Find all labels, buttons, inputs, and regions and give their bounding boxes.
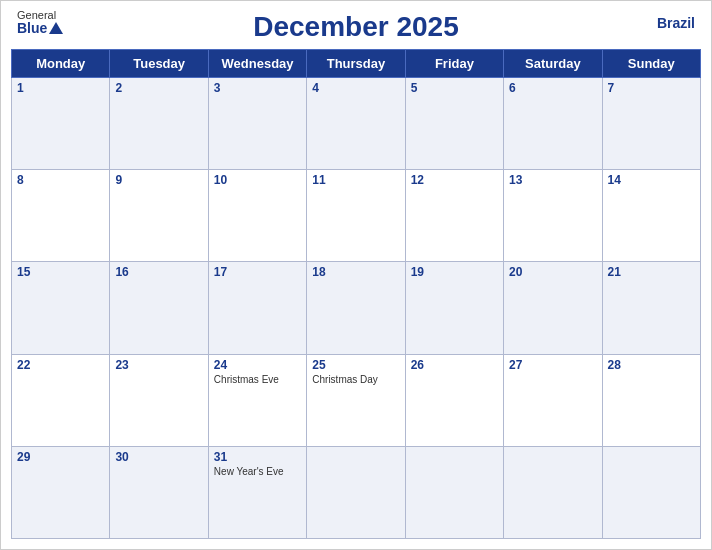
calendar-day-cell: 16 (110, 262, 208, 354)
weekday-sunday: Sunday (602, 50, 700, 78)
calendar-day-cell: 24Christmas Eve (208, 354, 306, 446)
day-number: 22 (17, 358, 104, 372)
weekday-friday: Friday (405, 50, 503, 78)
day-number: 6 (509, 81, 596, 95)
day-number: 12 (411, 173, 498, 187)
day-number: 27 (509, 358, 596, 372)
calendar-day-cell: 27 (504, 354, 602, 446)
calendar-day-cell: 11 (307, 170, 405, 262)
day-number: 4 (312, 81, 399, 95)
calendar-day-cell: 4 (307, 78, 405, 170)
calendar-day-cell: 2 (110, 78, 208, 170)
day-number: 23 (115, 358, 202, 372)
calendar-day-cell: 12 (405, 170, 503, 262)
day-number: 1 (17, 81, 104, 95)
calendar-day-cell: 7 (602, 78, 700, 170)
day-number: 31 (214, 450, 301, 464)
calendar-day-cell: 9 (110, 170, 208, 262)
day-number: 15 (17, 265, 104, 279)
calendar-week-row: 293031New Year's Eve (12, 446, 701, 538)
logo-blue-text: Blue (17, 21, 63, 36)
event-label: New Year's Eve (214, 466, 301, 477)
calendar-day-cell: 14 (602, 170, 700, 262)
day-number: 9 (115, 173, 202, 187)
day-number: 18 (312, 265, 399, 279)
calendar-day-cell: 20 (504, 262, 602, 354)
logo-triangle-icon (49, 22, 63, 34)
day-number: 8 (17, 173, 104, 187)
calendar-day-cell: 31New Year's Eve (208, 446, 306, 538)
day-number: 21 (608, 265, 695, 279)
weekday-tuesday: Tuesday (110, 50, 208, 78)
day-number: 7 (608, 81, 695, 95)
calendar-day-cell: 15 (12, 262, 110, 354)
day-number: 30 (115, 450, 202, 464)
calendar-day-cell: 5 (405, 78, 503, 170)
calendar-title: December 2025 (253, 11, 458, 43)
day-number: 10 (214, 173, 301, 187)
day-number: 19 (411, 265, 498, 279)
day-number: 25 (312, 358, 399, 372)
calendar-day-cell: 28 (602, 354, 700, 446)
day-number: 14 (608, 173, 695, 187)
calendar-week-row: 222324Christmas Eve25Christmas Day262728 (12, 354, 701, 446)
day-number: 3 (214, 81, 301, 95)
weekday-monday: Monday (12, 50, 110, 78)
calendar-week-row: 15161718192021 (12, 262, 701, 354)
day-number: 26 (411, 358, 498, 372)
calendar-day-cell (307, 446, 405, 538)
day-number: 24 (214, 358, 301, 372)
weekday-thursday: Thursday (307, 50, 405, 78)
calendar-day-cell: 25Christmas Day (307, 354, 405, 446)
calendar-day-cell: 30 (110, 446, 208, 538)
day-number: 5 (411, 81, 498, 95)
calendar-day-cell: 21 (602, 262, 700, 354)
event-label: Christmas Day (312, 374, 399, 385)
calendar-day-cell: 6 (504, 78, 602, 170)
calendar-day-cell: 26 (405, 354, 503, 446)
calendar-day-cell: 23 (110, 354, 208, 446)
calendar-day-cell (405, 446, 503, 538)
calendar-day-cell: 29 (12, 446, 110, 538)
day-number: 11 (312, 173, 399, 187)
calendar-header: General Blue December 2025 Brazil (1, 1, 711, 49)
calendar-day-cell: 22 (12, 354, 110, 446)
calendar-week-row: 1234567 (12, 78, 701, 170)
day-number: 13 (509, 173, 596, 187)
event-label: Christmas Eve (214, 374, 301, 385)
calendar-day-cell (504, 446, 602, 538)
country-label: Brazil (657, 15, 695, 31)
weekday-saturday: Saturday (504, 50, 602, 78)
day-number: 16 (115, 265, 202, 279)
calendar-day-cell: 17 (208, 262, 306, 354)
calendar-day-cell (602, 446, 700, 538)
day-number: 20 (509, 265, 596, 279)
day-number: 29 (17, 450, 104, 464)
weekday-wednesday: Wednesday (208, 50, 306, 78)
calendar-week-row: 891011121314 (12, 170, 701, 262)
calendar-page: General Blue December 2025 Brazil Monday… (0, 0, 712, 550)
calendar-day-cell: 1 (12, 78, 110, 170)
calendar-day-cell: 19 (405, 262, 503, 354)
calendar-day-cell: 18 (307, 262, 405, 354)
day-number: 28 (608, 358, 695, 372)
day-number: 17 (214, 265, 301, 279)
weekday-header-row: Monday Tuesday Wednesday Thursday Friday… (12, 50, 701, 78)
day-number: 2 (115, 81, 202, 95)
title-block: December 2025 (253, 11, 458, 43)
calendar-day-cell: 10 (208, 170, 306, 262)
calendar-day-cell: 8 (12, 170, 110, 262)
calendar-day-cell: 3 (208, 78, 306, 170)
calendar-table: Monday Tuesday Wednesday Thursday Friday… (11, 49, 701, 539)
calendar-day-cell: 13 (504, 170, 602, 262)
logo: General Blue (17, 9, 63, 36)
